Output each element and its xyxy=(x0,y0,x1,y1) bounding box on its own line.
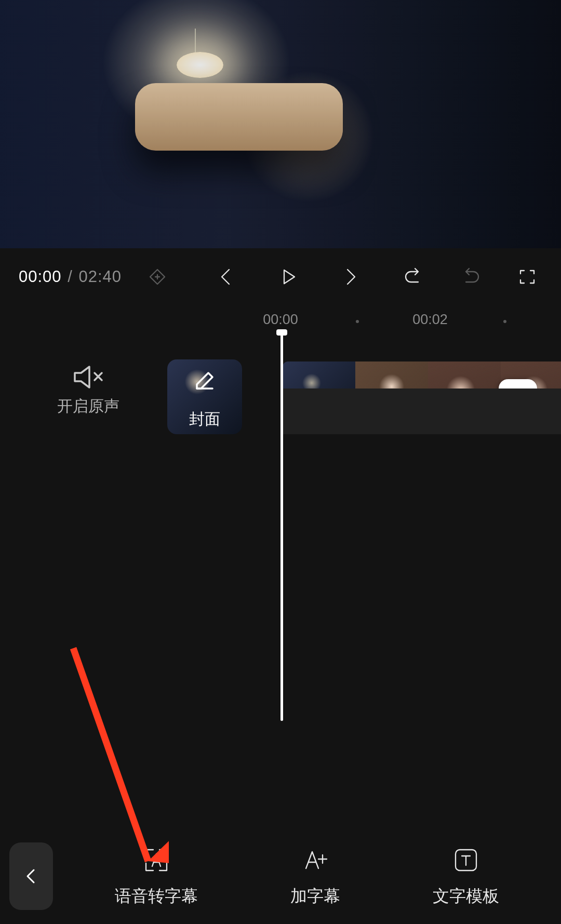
edit-icon xyxy=(193,369,217,393)
ruler-tick-dot xyxy=(356,320,359,323)
tool-add-subtitle[interactable]: 加字幕 xyxy=(290,845,340,908)
timeline[interactable]: 00:00 00:02 开启原声 封面 xyxy=(0,305,561,752)
ruler-tick-label: 00:02 xyxy=(412,312,448,328)
empty-track[interactable] xyxy=(283,389,561,434)
time-separator: / xyxy=(68,267,73,286)
ruler-tick-dot xyxy=(503,320,506,323)
original-sound-label: 开启原声 xyxy=(57,396,119,417)
prev-button[interactable] xyxy=(211,262,241,292)
ruler-tick-label: 00:00 xyxy=(263,312,298,328)
cover-label: 封面 xyxy=(189,409,220,430)
back-button[interactable] xyxy=(9,842,53,910)
playback-controls: 00:00 / 02:40 xyxy=(0,248,561,305)
video-preview[interactable] xyxy=(0,0,561,248)
undo-button[interactable] xyxy=(398,262,428,292)
speaker-muted-icon xyxy=(72,364,105,391)
preview-frame-image xyxy=(0,0,561,248)
keyframe-button[interactable] xyxy=(142,262,172,292)
add-text-icon xyxy=(300,845,331,876)
original-sound-toggle[interactable]: 开启原声 xyxy=(57,364,119,417)
tool-label: 文字模板 xyxy=(433,885,499,908)
speech-to-text-icon xyxy=(141,845,172,876)
tool-text-template[interactable]: 文字模板 xyxy=(433,845,499,908)
fullscreen-button[interactable] xyxy=(512,262,542,292)
chevron-left-icon xyxy=(22,867,40,885)
cover-thumbnail[interactable]: 封面 xyxy=(167,359,242,434)
redo-button[interactable] xyxy=(456,262,486,292)
bottom-toolbar: 语音转字幕 加字幕 文字模板 xyxy=(0,828,561,924)
next-button[interactable] xyxy=(336,262,366,292)
tool-label: 加字幕 xyxy=(290,885,340,908)
total-duration: 02:40 xyxy=(78,267,122,286)
playhead[interactable] xyxy=(280,331,283,721)
tool-speech-to-subtitle[interactable]: 语音转字幕 xyxy=(115,845,198,908)
text-template-icon xyxy=(450,845,482,876)
time-display: 00:00 / 02:40 xyxy=(19,267,122,286)
current-time: 00:00 xyxy=(19,267,62,286)
play-button[interactable] xyxy=(273,262,303,292)
tool-label: 语音转字幕 xyxy=(115,885,198,908)
